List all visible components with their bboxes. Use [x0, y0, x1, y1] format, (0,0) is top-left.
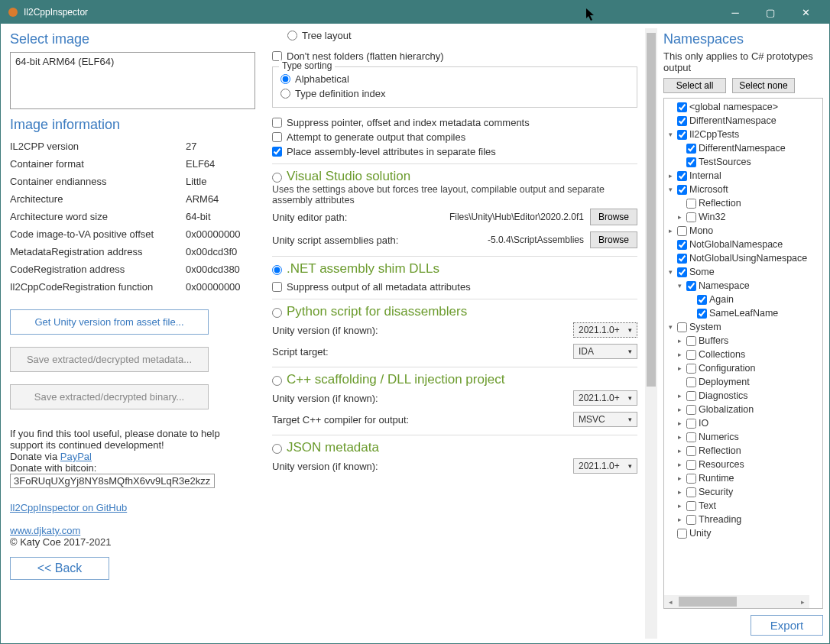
cpp-compiler-combo[interactable]: MSVC▾	[573, 412, 637, 427]
tree-h-scrollbar-thumb[interactable]	[679, 597, 737, 607]
tree-checkbox[interactable]	[686, 432, 696, 442]
tree-layout-radio[interactable]	[287, 31, 297, 40]
tree-checkbox[interactable]	[686, 157, 696, 167]
tree-checkbox[interactable]	[686, 364, 696, 374]
namespace-tree[interactable]: <global namespace>DifferentNamespace▾Il2…	[663, 98, 823, 609]
tree-checkbox[interactable]	[686, 377, 696, 387]
tree-checkbox[interactable]	[697, 309, 707, 319]
expand-icon[interactable]: ▸	[666, 227, 675, 235]
suppress-all-meta-checkbox[interactable]	[272, 282, 282, 292]
tree-checkbox[interactable]	[677, 322, 687, 332]
py-unity-version-combo[interactable]: 2021.1.0+▾	[573, 322, 637, 338]
site-link[interactable]: www.djkaty.com	[10, 525, 255, 536]
expand-icon[interactable]: ▸	[675, 433, 684, 441]
expand-icon[interactable]: ▸	[675, 364, 684, 372]
tree-node[interactable]: ▸Internal	[664, 169, 822, 183]
json-metadata-radio[interactable]	[272, 444, 282, 454]
collapse-icon[interactable]: ▾	[666, 131, 675, 138]
tree-node[interactable]: ▸Buffers	[664, 334, 822, 348]
expand-icon[interactable]: ▸	[675, 213, 684, 221]
tree-node[interactable]: ▸Mono	[664, 224, 822, 238]
expand-icon[interactable]: ▸	[675, 351, 684, 358]
scroll-left-icon[interactable]: ◂	[664, 595, 677, 608]
github-link[interactable]: Il2CppInspector on GitHub	[10, 502, 255, 513]
tree-checkbox[interactable]	[677, 102, 687, 112]
scrollbar[interactable]	[645, 28, 657, 639]
tree-node[interactable]: ▸Security	[664, 485, 822, 499]
expand-icon[interactable]: ▸	[675, 461, 684, 468]
tree-checkbox[interactable]	[686, 460, 696, 470]
scroll-right-icon[interactable]: ▸	[796, 595, 809, 608]
tree-checkbox[interactable]	[677, 226, 687, 236]
tree-checkbox[interactable]	[686, 391, 696, 401]
cpp-scaffolding-radio[interactable]	[272, 376, 282, 386]
tree-checkbox[interactable]	[686, 419, 696, 429]
vs-solution-radio[interactable]	[272, 173, 282, 183]
tree-node[interactable]: Deployment	[664, 375, 822, 389]
paypal-link[interactable]: PayPal	[60, 451, 92, 462]
tree-node[interactable]: TestSources	[664, 155, 822, 169]
expand-icon[interactable]: ▸	[675, 488, 684, 496]
tree-checkbox[interactable]	[677, 171, 687, 181]
collapse-icon[interactable]: ▾	[666, 186, 675, 193]
tree-checkbox[interactable]	[677, 130, 687, 140]
expand-icon[interactable]: ▸	[675, 419, 684, 427]
tree-checkbox[interactable]	[686, 199, 696, 209]
compile-checkbox[interactable]	[272, 132, 282, 142]
separate-attr-checkbox[interactable]	[272, 147, 282, 157]
tree-checkbox[interactable]	[686, 212, 696, 222]
tree-node[interactable]: ▸Threading	[664, 513, 822, 526]
expand-icon[interactable]: ▸	[666, 172, 675, 180]
tree-node[interactable]: Again	[664, 293, 822, 306]
tree-checkbox[interactable]	[686, 350, 696, 360]
tree-checkbox[interactable]	[697, 295, 707, 305]
sort-alpha-radio[interactable]	[280, 74, 290, 84]
tree-checkbox[interactable]	[686, 281, 696, 291]
tree-checkbox[interactable]	[686, 515, 696, 525]
back-button[interactable]: << Back	[10, 557, 109, 580]
tree-checkbox[interactable]	[686, 336, 696, 346]
cpp-unity-version-combo[interactable]: 2021.1.0+▾	[573, 390, 637, 406]
tree-node[interactable]: DifferentNamespace	[664, 114, 822, 128]
image-list[interactable]: 64-bit ARM64 (ELF64)	[10, 52, 255, 109]
tree-node[interactable]: ▾Namespace	[664, 279, 822, 293]
expand-icon[interactable]: ▸	[675, 392, 684, 400]
tree-node[interactable]: ▸IO	[664, 416, 822, 430]
tree-node[interactable]: ▾Microsoft	[664, 183, 822, 196]
tree-node[interactable]: ▾System	[664, 320, 822, 334]
tree-node[interactable]: ▸Reflection	[664, 444, 822, 458]
tree-node[interactable]: SameLeafName	[664, 306, 822, 320]
tree-checkbox[interactable]	[686, 474, 696, 484]
tree-node[interactable]: ▾Some	[664, 265, 822, 279]
tree-node[interactable]: ▸Globalization	[664, 403, 822, 416]
tree-checkbox[interactable]	[677, 116, 687, 126]
net-dll-radio[interactable]	[272, 265, 282, 275]
tree-node[interactable]: DifferentNamespace	[664, 141, 822, 155]
expand-icon[interactable]: ▸	[675, 337, 684, 345]
collapse-icon[interactable]: ▾	[666, 268, 675, 276]
get-unity-version-button[interactable]: Get Unity version from asset file...	[10, 309, 209, 335]
select-none-button[interactable]: Select none	[732, 78, 795, 93]
tree-node[interactable]: NotGlobalUsingNamespace	[664, 251, 822, 265]
tree-checkbox[interactable]	[686, 446, 696, 456]
scrollbar-thumb[interactable]	[647, 33, 656, 387]
tree-checkbox[interactable]	[686, 501, 696, 511]
tree-checkbox[interactable]	[677, 185, 687, 195]
suppress-meta-checkbox[interactable]	[272, 118, 282, 128]
tree-node[interactable]: ▸Text	[664, 499, 822, 513]
tree-checkbox[interactable]	[686, 487, 696, 497]
expand-icon[interactable]: ▸	[675, 406, 684, 413]
json-unity-version-combo[interactable]: 2021.1.0+▾	[573, 458, 637, 474]
expand-icon[interactable]: ▸	[675, 474, 684, 482]
tree-checkbox[interactable]	[677, 240, 687, 250]
tree-checkbox[interactable]	[686, 405, 696, 415]
expand-icon[interactable]: ▸	[675, 502, 684, 510]
tree-node[interactable]: ▸Win32	[664, 210, 822, 224]
tree-node[interactable]: ▸Runtime	[664, 471, 822, 485]
tree-node[interactable]: ▸Diagnostics	[664, 389, 822, 403]
sort-tdi-radio[interactable]	[280, 89, 290, 99]
python-script-radio[interactable]	[272, 308, 282, 318]
tree-node[interactable]: ▾Il2CppTests	[664, 128, 822, 141]
tree-node[interactable]: ▸Numerics	[664, 430, 822, 444]
close-button[interactable]: ✕	[788, 1, 823, 24]
